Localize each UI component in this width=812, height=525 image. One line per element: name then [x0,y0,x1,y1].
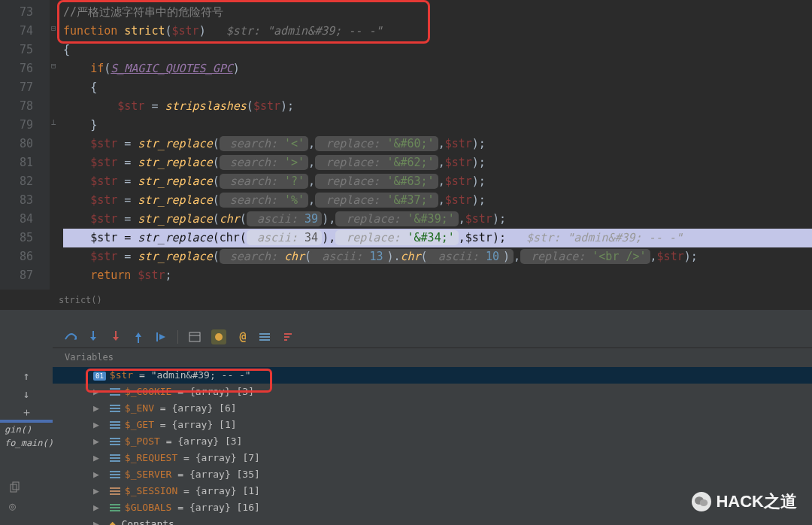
code-line: $str = str_replace( search: '<', replace… [63,135,812,153]
line-number: 82 [0,172,50,191]
line-number: 74 [0,22,50,41]
code-line: } [63,116,812,135]
code-line: $str = str_replace( search: '>', replace… [63,153,812,172]
call-frame[interactable]: gin() [0,423,53,436]
line-number: 77 [0,78,50,97]
fold-gutter[interactable]: ⊟ ⊟ ⊥ [51,3,62,289]
variable-row[interactable]: ▶ $_REQUEST = {array} [7] [53,450,812,466]
call-frame[interactable]: fo_main() [0,436,53,450]
wechat-icon [692,492,711,511]
sort-icon[interactable] [282,331,294,343]
panel-splitter[interactable] [0,310,812,326]
variable-row[interactable]: ▶ $_POST = {array} [3] [53,433,812,450]
debugger-sidebar: ↑ ↓ ＋ gin() fo_main() ◎ [0,326,53,525]
annotation-box [57,0,430,44]
run-to-cursor-icon[interactable] [155,331,167,343]
line-number: 83 [0,191,50,210]
variable-row[interactable]: ▶ $_GET = {array} [1] [53,417,812,433]
trace-current-icon[interactable] [211,329,226,344]
code-line: { [63,78,812,97]
variable-row[interactable]: ▶ $_ENV = {array} [6] [53,400,812,417]
annotation-box [86,369,272,393]
watermark: HACK之道 [692,490,797,513]
variable-row[interactable]: ▶ $_SERVER = {array} [35] [53,466,812,483]
code-line: $str = str_replace( search: '%', replace… [63,191,812,210]
code-line-current: $str = str_replace(chr( ascii: 34), repl… [63,229,812,247]
code-line: $str = stripslashes($str); [63,97,812,116]
frame-down-button[interactable]: ↓ [0,385,53,403]
svg-rect-6 [189,332,200,341]
line-number: 79 [0,116,50,135]
line-number: 81 [0,153,50,172]
variables-label: Variables [65,352,114,363]
step-into-icon[interactable] [87,331,99,343]
line-number: 80 [0,135,50,153]
svg-point-13 [700,499,708,506]
code-line: return $str; [63,266,812,285]
step-out-icon[interactable] [132,331,144,343]
copy-icon[interactable] [9,481,21,493]
variable-row[interactable]: ▶ ◆ Constants [53,516,812,525]
line-number: 76 [0,59,50,78]
svg-rect-1 [13,482,19,490]
line-gutter: 73 74 75 76 77 78 79 80 81 82 83 84 85 8… [0,0,50,290]
code-line: if(S_MAGIC_QUOTES_GPC) [63,59,812,78]
evaluate-icon[interactable] [189,331,201,343]
list-icon[interactable] [259,331,271,343]
force-step-into-icon[interactable] [110,331,122,343]
link-icon[interactable]: ◎ [9,499,16,513]
code-line: $str = str_replace(chr( ascii: 39), repl… [63,210,812,229]
code-line: $str = str_replace( search: '?', replace… [63,172,812,191]
code-area[interactable]: //严格过滤字符串中的危险符号 function strict($str) $s… [63,3,812,285]
breadcrumb[interactable]: strict() [59,292,102,308]
add-frame-button[interactable]: ＋ [0,403,53,421]
line-number: 73 [0,3,50,22]
frame-up-button[interactable]: ↑ [0,367,53,385]
fold-icon[interactable]: ⊟ [51,23,56,33]
line-number: 75 [0,41,50,59]
fold-icon[interactable]: ⊟ [51,61,56,71]
line-number: 87 [0,266,50,285]
line-number: 84 [0,210,50,229]
debugger-toolbar: @ [53,326,812,348]
fold-end-icon[interactable]: ⊥ [51,117,56,127]
at-icon[interactable]: @ [237,331,249,343]
svg-rect-0 [11,484,17,492]
code-line: $str = str_replace( search: chr( ascii: … [63,247,812,266]
line-number: 85 [0,229,50,247]
debugger-panel: ut×⋮ ↑ ↓ ＋ gin() fo_main() ◎ @ Variables… [0,326,812,525]
line-number: 78 [0,97,50,116]
step-over-icon[interactable] [65,331,77,343]
line-number: 86 [0,247,50,266]
svg-point-8 [215,333,223,341]
